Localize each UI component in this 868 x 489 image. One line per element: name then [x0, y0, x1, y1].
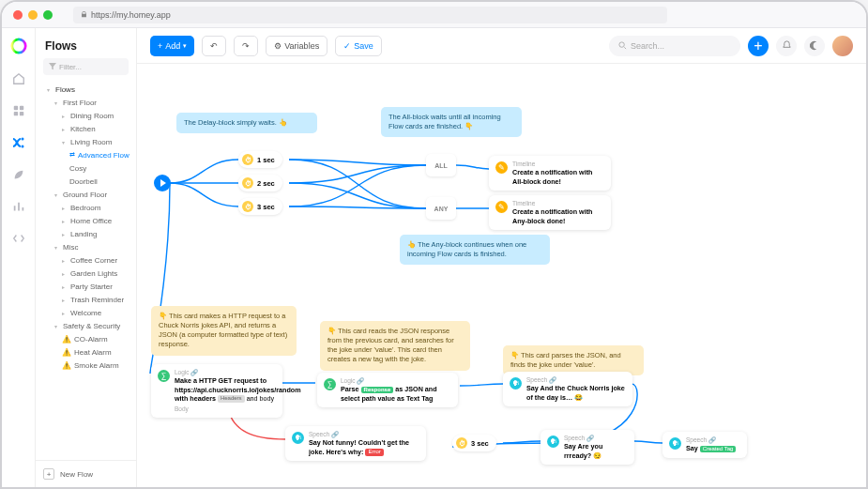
tree-item[interactable]: Cosy: [39, 161, 132, 175]
toolbar: +Add▾ ↶ ↷ ⚙Variables ✓Save Search... +: [137, 28, 866, 64]
speech-card[interactable]: 🗣 Speech 🔗Say Created Tag: [662, 432, 747, 458]
add-button[interactable]: +Add▾: [150, 36, 194, 56]
logic-icon: ∑: [158, 370, 170, 382]
tree-item[interactable]: ▸Party Starter: [39, 280, 132, 293]
tree-item[interactable]: ⚠️CO-Alarm: [39, 332, 132, 345]
tree-item[interactable]: ▸Home Office: [39, 214, 132, 227]
user-avatar[interactable]: [832, 36, 853, 56]
tree-item[interactable]: ▸Garden Lights: [39, 267, 132, 280]
tree-item[interactable]: Doorbell: [39, 175, 132, 188]
note[interactable]: 👇 This card makes a HTTP request to a Ch…: [151, 306, 297, 356]
all-gate[interactable]: ALL: [426, 154, 456, 176]
note[interactable]: The All-block waits until all incoming F…: [381, 107, 522, 137]
chevron-down-icon: ▾: [62, 139, 68, 145]
tree-item[interactable]: ▸Coffee Corner: [39, 253, 132, 267]
leaf-icon[interactable]: [11, 167, 26, 182]
tree-item[interactable]: ⚠️Heat Alarm: [39, 345, 132, 359]
tree-group[interactable]: ▾First Floor: [39, 96, 132, 109]
flow-tree: ▾Flows ▾First Floor ▸Dining Room ▸Kitche…: [36, 83, 136, 460]
url-bar[interactable]: https://my.homey.app: [73, 7, 667, 23]
tree-group[interactable]: ▾Safety & Security: [39, 319, 132, 332]
delay-node[interactable]: ⏱1 sec: [238, 151, 282, 168]
filter-icon: [49, 63, 56, 70]
response-tag: Response: [361, 387, 394, 394]
delay-node[interactable]: ⏱3 sec: [452, 435, 496, 451]
any-gate[interactable]: ANY: [426, 197, 456, 220]
http-card[interactable]: ∑ Logic 🔗Make a HTTP GET request to http…: [151, 364, 282, 418]
variables-button[interactable]: ⚙Variables: [266, 36, 327, 56]
tree-item[interactable]: ▾Living Room: [39, 135, 132, 148]
created-tag: Created Tag: [700, 446, 737, 453]
variables-icon: ⚙: [274, 41, 282, 51]
speech-icon: 🗣: [510, 377, 522, 390]
tree-root[interactable]: ▾Flows: [39, 83, 132, 96]
laptop-frame: https://my.homey.app Flows Filter... ▾Fl…: [0, 0, 868, 489]
delay-node[interactable]: ⏱3 sec: [238, 198, 282, 215]
note[interactable]: 👇 This card reads the JSON response from…: [320, 321, 470, 371]
save-button[interactable]: ✓Save: [335, 36, 382, 56]
lock-icon: [81, 11, 87, 18]
redo-button[interactable]: ↷: [234, 36, 258, 56]
notification-card[interactable]: ✎ TimelineCreate a notification with All…: [489, 156, 611, 191]
start-node[interactable]: [154, 175, 171, 191]
grid-icon[interactable]: [11, 103, 26, 118]
plus-icon: +: [158, 41, 162, 51]
svg-rect-3: [13, 112, 17, 115]
tree-item[interactable]: ▸Dining Room: [39, 109, 132, 122]
note[interactable]: 👆 The Any-block continues when one incom…: [400, 235, 550, 265]
tree-group[interactable]: ▾Ground Floor: [39, 188, 132, 201]
svg-point-6: [21, 145, 23, 148]
delay-node[interactable]: ⏱2 sec: [238, 175, 282, 191]
window-close-dot[interactable]: [13, 10, 23, 20]
window-min-dot[interactable]: [28, 10, 38, 20]
chevron-down-icon: ▾: [47, 86, 53, 93]
note[interactable]: The Delay-block simply waits. 👆: [176, 113, 317, 133]
logic-icon: ∑: [324, 378, 336, 390]
error-tag: Error: [365, 449, 383, 456]
speech-icon: 🗣: [669, 437, 681, 450]
timeline-icon: ✎: [495, 161, 508, 174]
flows-icon[interactable]: [11, 135, 26, 150]
clock-icon: ⏱: [242, 177, 253, 189]
theme-button[interactable]: [804, 36, 825, 56]
search-input[interactable]: Search...: [609, 36, 740, 56]
svg-point-7: [619, 42, 624, 47]
moon-icon: [810, 40, 820, 51]
home-icon[interactable]: [11, 71, 26, 86]
script-icon[interactable]: [11, 231, 26, 246]
filter-input[interactable]: Filter...: [43, 58, 129, 75]
timeline-icon: ✎: [495, 201, 508, 213]
tree-group[interactable]: ▾Misc: [39, 240, 132, 253]
check-icon: ✓: [343, 41, 351, 51]
tree-item[interactable]: ▸Welcome: [39, 306, 132, 319]
sidebar-title: Flows: [36, 28, 136, 58]
tree-item-selected[interactable]: ⇄ Advanced Flow: [39, 148, 132, 161]
window-max-dot[interactable]: [43, 10, 53, 20]
warning-icon: ⚠️: [62, 348, 71, 357]
global-add-button[interactable]: +: [748, 36, 769, 56]
tree-item[interactable]: ▸Landing: [39, 227, 132, 240]
chevron-down-icon: ▾: [54, 191, 60, 198]
undo-icon: ↶: [210, 41, 218, 51]
svg-rect-2: [19, 106, 23, 110]
svg-rect-1: [13, 106, 17, 110]
speech-card[interactable]: 🗣 Speech 🔗Say Not funny! Couldn't get th…: [285, 426, 426, 461]
svg-point-5: [21, 138, 23, 141]
undo-button[interactable]: ↶: [202, 36, 226, 56]
tree-item[interactable]: ▸Bedroom: [39, 201, 132, 214]
flow-canvas[interactable]: The Delay-block simply waits. 👆 The All-…: [137, 64, 866, 487]
notifications-button[interactable]: [776, 36, 797, 56]
notification-card[interactable]: ✎ TimelineCreate a notification with Any…: [489, 195, 611, 230]
chevron-down-icon: ▾: [54, 99, 60, 106]
tree-item[interactable]: ▸Kitchen: [39, 122, 132, 135]
insights-icon[interactable]: [11, 199, 26, 214]
speech-card[interactable]: 🗣 Speech 🔗Say Are you rrready? 😏: [541, 430, 634, 465]
speech-card[interactable]: 🗣 Speech 🔗Say And the Chuck Norris joke …: [503, 372, 632, 406]
tree-item[interactable]: ▸Trash Reminder: [39, 293, 132, 306]
bell-icon: [782, 40, 792, 51]
clock-icon: ⏱: [242, 201, 253, 212]
new-flow-button[interactable]: + New Flow: [36, 460, 136, 487]
tree-item[interactable]: ⚠️Smoke Alarm: [39, 359, 132, 372]
parse-card[interactable]: ∑ Logic 🔗Parse Response as JSON and sele…: [317, 373, 458, 407]
chevron-right-icon: ▸: [62, 126, 68, 132]
